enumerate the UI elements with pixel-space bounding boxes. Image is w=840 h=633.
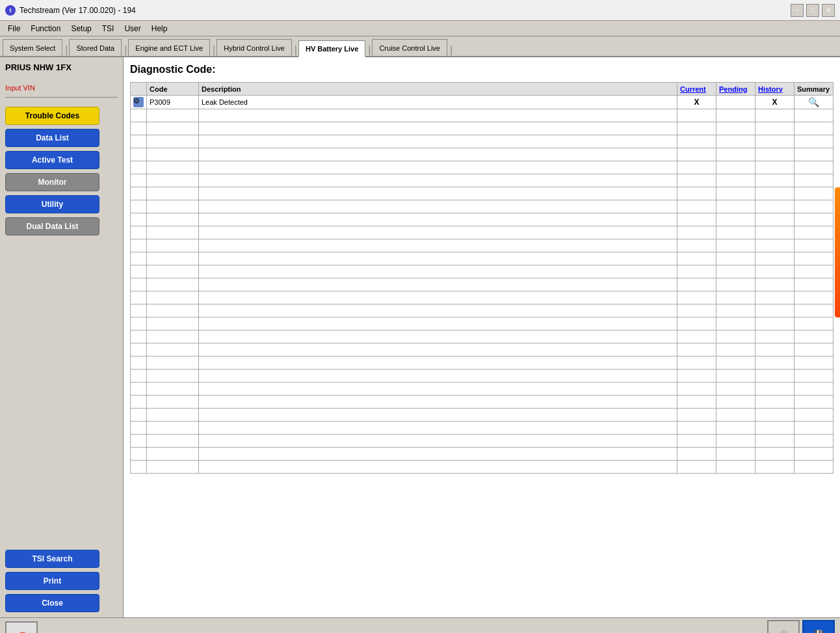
print-button[interactable]: Print: [5, 572, 99, 590]
menu-file[interactable]: File: [3, 23, 25, 34]
title-bar: t Techstream (Ver 17.00.020) - 194 − □ ✕: [0, 0, 840, 21]
empty-row: [131, 409, 833, 422]
row-settings-icon: ⚙: [133, 97, 144, 107]
table-container: Code Description Current Pending History…: [130, 82, 833, 611]
bottom-bar: 🚗 MI ❄ 💾: [0, 617, 840, 633]
empty-row: [131, 317, 833, 330]
app-title: Techstream (Ver 17.00.020) - 194: [20, 6, 136, 15]
tab-sep-6: |: [449, 44, 454, 56]
tab-hv-battery[interactable]: HV Battery Live: [298, 40, 365, 57]
current-x: X: [694, 98, 699, 107]
minimize-button[interactable]: −: [791, 4, 804, 17]
restore-button[interactable]: □: [806, 4, 819, 17]
diagnostic-title: Diagnostic Code:: [130, 64, 833, 75]
vehicle-name: PRIUS NHW 1FX: [5, 62, 118, 72]
menu-user[interactable]: User: [119, 23, 146, 34]
close-button[interactable]: Close: [5, 594, 99, 612]
th-summary: Summary: [794, 83, 833, 96]
empty-row: [131, 200, 833, 213]
monitor-button[interactable]: Monitor: [5, 173, 99, 191]
trouble-codes-button[interactable]: Trouble Codes: [5, 107, 99, 125]
empty-row: [131, 187, 833, 200]
tab-sep-5: |: [367, 44, 372, 56]
history-x: X: [772, 98, 777, 107]
dual-data-list-button[interactable]: Dual Data List: [5, 217, 99, 236]
empty-row: [131, 383, 833, 396]
data-list-button[interactable]: Data List: [5, 129, 99, 147]
empty-row: [131, 135, 833, 148]
menu-function[interactable]: Function: [25, 23, 66, 34]
save-button[interactable]: 💾: [802, 620, 835, 634]
tab-system-select[interactable]: System Select: [3, 39, 62, 56]
empty-row: [131, 422, 833, 435]
pending-cell: [716, 96, 755, 109]
menu-setup[interactable]: Setup: [66, 23, 96, 34]
empty-row: [131, 278, 833, 291]
bottom-right-icons: ❄ 💾: [767, 620, 835, 634]
empty-row: [131, 174, 833, 187]
close-button[interactable]: ✕: [822, 4, 835, 17]
empty-row: [131, 161, 833, 174]
tab-hybrid-control[interactable]: Hybrid Control Live: [217, 39, 292, 56]
th-current[interactable]: Current: [677, 83, 716, 96]
tab-sep-3: |: [211, 44, 217, 56]
empty-row: [131, 343, 833, 357]
th-history[interactable]: History: [755, 83, 794, 96]
th-pending[interactable]: Pending: [716, 83, 755, 96]
mi-icon-button[interactable]: 🚗 MI: [5, 621, 38, 634]
current-cell: X: [677, 96, 716, 109]
window-controls: − □ ✕: [791, 4, 835, 17]
tsi-search-button[interactable]: TSI Search: [5, 550, 99, 568]
input-vin-label: Input VIN: [5, 84, 118, 92]
input-vin-line: [5, 97, 118, 98]
empty-row: [131, 304, 833, 317]
tab-engine-ect[interactable]: Engine and ECT Live: [128, 39, 210, 56]
magnifier-icon[interactable]: 🔍: [808, 97, 819, 107]
th-description: Description: [199, 83, 677, 96]
tab-bar: System Select | Stored Data | Engine and…: [0, 36, 840, 57]
sidebar: PRIUS NHW 1FX Input VIN Trouble Codes Da…: [0, 57, 124, 617]
tab-cruise-control[interactable]: Cruise Control Live: [372, 39, 447, 56]
empty-row: [131, 330, 833, 343]
table-row[interactable]: ⚙ P3009 Leak Detected X X: [131, 96, 833, 109]
empty-row: [131, 435, 833, 448]
empty-row: [131, 252, 833, 265]
empty-row: [131, 448, 833, 461]
empty-row: [131, 122, 833, 135]
diagnostic-table: Code Description Current Pending History…: [130, 82, 833, 474]
snowflake-button[interactable]: ❄: [767, 620, 800, 634]
empty-row: [131, 461, 833, 474]
empty-row: [131, 148, 833, 161]
empty-row: [131, 226, 833, 239]
code-cell: P3009: [147, 96, 199, 109]
empty-row: [131, 213, 833, 226]
save-icon: 💾: [814, 630, 824, 634]
table-header-row: Code Description Current Pending History…: [131, 83, 833, 96]
car-icon: 🚗: [14, 627, 29, 634]
app-icon: t: [5, 5, 16, 16]
empty-row: [131, 265, 833, 278]
empty-row: [131, 239, 833, 252]
tab-sep-1: |: [64, 44, 69, 56]
row-icon-cell: ⚙: [131, 96, 147, 109]
table-scroll[interactable]: Code Description Current Pending History…: [130, 82, 833, 611]
empty-row: [131, 109, 833, 122]
bottom-left-icons: 🚗 MI: [5, 621, 38, 634]
description-cell: Leak Detected: [199, 96, 677, 109]
history-cell: X: [755, 96, 794, 109]
sidebar-bottom: TSI Search Print Close: [5, 550, 118, 612]
active-test-button[interactable]: Active Test: [5, 151, 99, 169]
th-icon: [131, 83, 147, 96]
snowflake-icon: ❄: [779, 627, 789, 634]
th-code: Code: [147, 83, 199, 96]
tab-sep-4: |: [293, 44, 298, 56]
utility-button[interactable]: Utility: [5, 195, 99, 213]
empty-row: [131, 396, 833, 409]
empty-row: [131, 357, 833, 370]
menu-help[interactable]: Help: [146, 23, 173, 34]
menu-tsi[interactable]: TSI: [97, 23, 120, 34]
summary-cell[interactable]: 🔍: [794, 96, 833, 109]
main-layout: PRIUS NHW 1FX Input VIN Trouble Codes Da…: [0, 57, 840, 617]
empty-row: [131, 291, 833, 304]
tab-stored-data[interactable]: Stored Data: [69, 39, 122, 56]
